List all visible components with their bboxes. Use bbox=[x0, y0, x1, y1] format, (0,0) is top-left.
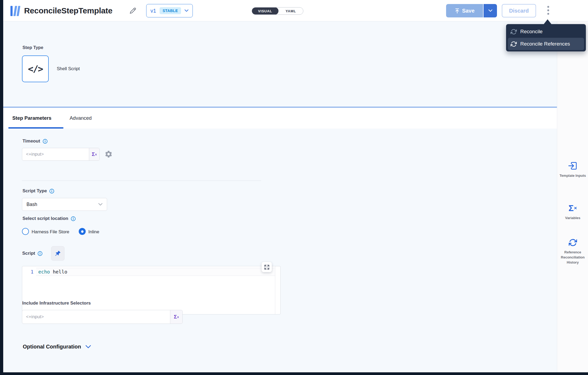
variables-icon: Σ× bbox=[568, 203, 577, 213]
sidebar-item-label: Variables bbox=[563, 216, 582, 221]
fullscreen-icon bbox=[264, 265, 269, 270]
step-type-value: Shell Script bbox=[57, 66, 80, 72]
header: ReconcileStepTemplate v1 STABLE VISUAL Y… bbox=[3, 0, 588, 21]
script-location-label-row: Select script location bbox=[22, 216, 76, 221]
sidebar-item-label: Reference Reconciliation History bbox=[557, 250, 588, 265]
page-title: ReconcileStepTemplate bbox=[24, 6, 112, 15]
infra-selectors-label-row: Include Infrastructure Selectors bbox=[22, 301, 91, 306]
right-sidebar: Template Inputs Σ× Variables Reference R… bbox=[557, 21, 588, 372]
save-button[interactable]: Save bbox=[446, 4, 483, 17]
optional-configuration-toggle[interactable]: Optional Configuration bbox=[23, 344, 91, 350]
refresh-icon bbox=[511, 41, 517, 47]
save-options-button[interactable] bbox=[484, 4, 497, 17]
script-type-value: Bash bbox=[27, 202, 37, 207]
minimap-border bbox=[275, 266, 275, 314]
menu-item-reconcile[interactable]: Reconcile bbox=[508, 25, 584, 38]
infra-selectors-label: Include Infrastructure Selectors bbox=[22, 301, 91, 306]
expression-toggle-button[interactable]: Σx bbox=[89, 148, 99, 160]
menu-item-label: Reconcile References bbox=[520, 41, 570, 47]
code-text: hello bbox=[50, 269, 67, 275]
code-line[interactable]: echo hello bbox=[38, 269, 67, 275]
template-inputs-icon bbox=[568, 161, 578, 171]
infra-selectors-field-group: Σx bbox=[22, 310, 183, 324]
discard-button[interactable]: Discard bbox=[502, 4, 536, 17]
toggle-yaml[interactable]: YAML bbox=[278, 7, 303, 15]
stable-badge: STABLE bbox=[160, 7, 181, 14]
info-icon[interactable] bbox=[43, 139, 48, 144]
chevron-down-icon bbox=[184, 9, 189, 12]
info-icon[interactable] bbox=[49, 189, 54, 194]
pin-button[interactable] bbox=[51, 246, 65, 261]
line-number: 1 bbox=[22, 269, 33, 275]
radio-label-harness-file-store[interactable]: Harness File Store bbox=[32, 229, 69, 235]
step-type-label: Step Type bbox=[22, 45, 43, 50]
tabs-bar: Step Parameters Advanced bbox=[3, 107, 557, 129]
visual-yaml-toggle: VISUAL YAML bbox=[252, 7, 303, 15]
toggle-visual[interactable]: VISUAL bbox=[252, 7, 278, 15]
script-label: Script bbox=[22, 251, 35, 256]
script-editor[interactable]: 1 echo hello bbox=[22, 266, 281, 314]
code-keyword: echo bbox=[38, 269, 50, 275]
step-type-card[interactable]: </> bbox=[22, 55, 49, 82]
current-line-highlight bbox=[36, 268, 275, 276]
sidebar-item-label: Template Inputs bbox=[558, 173, 588, 178]
infra-selectors-input[interactable] bbox=[22, 310, 170, 324]
left-nav-strip bbox=[0, 0, 3, 375]
menu-caret bbox=[544, 19, 552, 24]
sidebar-item-reference-reconciliation-history[interactable]: Reference Reconciliation History bbox=[557, 237, 588, 265]
section-divider bbox=[22, 181, 261, 181]
gear-icon[interactable] bbox=[104, 150, 113, 158]
shell-script-icon: </> bbox=[28, 63, 43, 74]
chevron-down-icon bbox=[98, 203, 103, 206]
pushpin-icon bbox=[55, 250, 61, 257]
edit-title-icon[interactable] bbox=[129, 7, 137, 16]
template-studio: ReconcileStepTemplate v1 STABLE VISUAL Y… bbox=[0, 0, 588, 375]
menu-item-label: Reconcile bbox=[520, 29, 542, 35]
script-label-row: Script bbox=[22, 251, 43, 256]
upload-icon bbox=[455, 8, 460, 14]
menu-item-reconcile-references[interactable]: Reconcile References bbox=[508, 38, 584, 50]
bottom-strip bbox=[0, 372, 588, 375]
save-split-button: Save bbox=[446, 4, 497, 17]
expression-toggle-button[interactable]: Σx bbox=[170, 310, 182, 324]
version-label: v1 bbox=[150, 8, 156, 14]
refresh-icon bbox=[569, 237, 577, 248]
info-icon[interactable] bbox=[37, 251, 43, 256]
script-type-select[interactable]: Bash bbox=[22, 198, 107, 211]
tab-step-parameters[interactable]: Step Parameters bbox=[12, 107, 51, 129]
radio-label-inline[interactable]: Inline bbox=[88, 229, 99, 235]
sigma-icon: Σ bbox=[174, 314, 177, 320]
sigma-icon: Σ bbox=[92, 151, 95, 157]
save-label: Save bbox=[462, 8, 475, 14]
timeout-field-group: Σx bbox=[22, 148, 100, 161]
sidebar-item-variables[interactable]: Σ× Variables bbox=[557, 203, 588, 221]
optional-configuration-label: Optional Configuration bbox=[23, 344, 81, 350]
script-location-label: Select script location bbox=[22, 216, 68, 221]
options-menu: Reconcile Reconcile References bbox=[506, 24, 586, 51]
script-type-label: Script Type bbox=[22, 188, 47, 194]
timeout-label: Timeout bbox=[22, 138, 40, 144]
chevron-down-icon bbox=[488, 9, 492, 12]
sidebar-item-template-inputs[interactable]: Template Inputs bbox=[557, 161, 588, 178]
version-selector[interactable]: v1 STABLE bbox=[146, 4, 193, 17]
harness-logo-icon bbox=[10, 5, 21, 18]
info-icon[interactable] bbox=[71, 216, 76, 221]
tab-advanced[interactable]: Advanced bbox=[70, 107, 92, 129]
script-type-label-row: Script Type bbox=[22, 188, 54, 194]
chevron-down-icon bbox=[85, 345, 91, 348]
timeout-label-row: Timeout bbox=[22, 138, 48, 144]
active-tab-underline bbox=[8, 127, 63, 129]
radio-inline[interactable] bbox=[79, 228, 86, 235]
more-options-button[interactable] bbox=[546, 5, 550, 16]
refresh-icon bbox=[511, 29, 517, 35]
timeout-input[interactable] bbox=[22, 148, 89, 160]
radio-harness-file-store[interactable] bbox=[22, 228, 29, 235]
expand-editor-button[interactable] bbox=[262, 262, 272, 272]
